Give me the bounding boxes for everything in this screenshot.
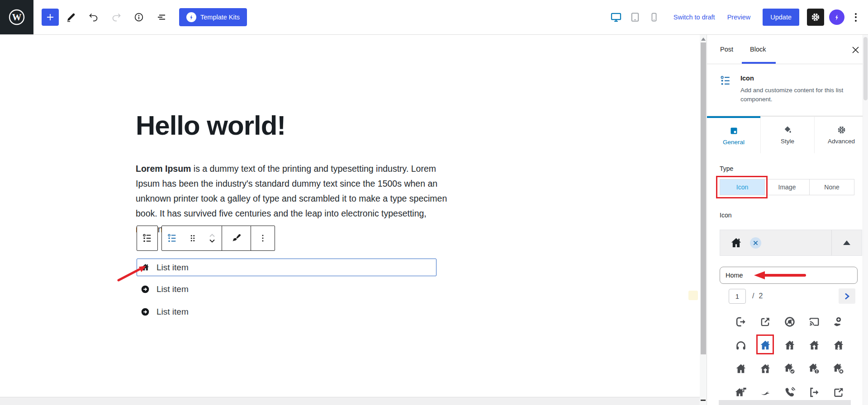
template-kits-button[interactable]: Template Kits [179, 8, 247, 26]
collapse-picker-button[interactable] [831, 230, 862, 255]
house-circle-xmark-icon[interactable] [826, 357, 851, 381]
block-movers[interactable] [203, 226, 222, 250]
house-medical-icon[interactable] [802, 334, 826, 357]
tools-button[interactable] [61, 7, 81, 28]
page-number-input[interactable] [729, 289, 746, 304]
details-button[interactable] [128, 7, 149, 28]
drag-dots-icon [188, 233, 198, 243]
undo-button[interactable] [83, 7, 104, 28]
list-item-label: List item [157, 307, 189, 317]
tab-general[interactable]: General [707, 116, 760, 153]
close-sidebar-button[interactable] [850, 44, 861, 55]
canvas-bottom-strip [0, 397, 700, 405]
icon-grid [720, 310, 858, 404]
list-item[interactable]: List item [137, 282, 189, 297]
templately-button[interactable] [829, 9, 844, 25]
block-options-button[interactable] [251, 226, 275, 250]
circle-arrow-right-icon [141, 285, 150, 294]
settings-button[interactable] [807, 9, 824, 26]
list-item-selected[interactable]: List item [137, 259, 436, 276]
tab-advanced[interactable]: Advanced [814, 116, 868, 153]
list-item[interactable]: List item [137, 304, 189, 320]
paragraph-line: Lorem Ipsum is a dummy text of the print… [136, 161, 448, 176]
post-title[interactable]: Hello world! [136, 110, 285, 141]
general-panel: Type Icon Image None Icon [707, 153, 868, 404]
block-toolbar-main [161, 226, 275, 251]
mobile-preview-button[interactable] [645, 8, 664, 27]
paintbrush-icon [231, 233, 242, 244]
plus-icon [45, 12, 56, 23]
paint-bucket-icon [783, 125, 792, 135]
template-kits-bolt-icon [186, 12, 196, 22]
scrollbar-thumb[interactable] [701, 42, 706, 354]
house-damage-icon[interactable] [778, 334, 802, 357]
tab-label: Advanced [828, 138, 855, 145]
house-plus-icon[interactable] [753, 357, 778, 381]
circle-arrow-right-icon [141, 307, 150, 316]
house-circle-exclamation-icon[interactable] [802, 357, 826, 381]
settings-sidebar: Post Block Icon Add and customize conten… [707, 35, 868, 405]
redo-icon [111, 12, 122, 23]
tab-style[interactable]: Style [760, 116, 814, 153]
house-chimney-icon[interactable] [729, 357, 753, 381]
house-circle-check-icon[interactable] [778, 357, 802, 381]
block-panel-tabs: General Style Advanced [707, 116, 868, 153]
gear-icon [811, 12, 821, 22]
tab-block[interactable]: Block [750, 46, 766, 53]
switch-to-draft-link[interactable]: Switch to draft [674, 14, 715, 21]
triangle-up-icon [843, 240, 850, 245]
update-button[interactable]: Update [763, 9, 799, 26]
chrome-icon[interactable] [778, 310, 802, 334]
list-view-button[interactable] [151, 7, 172, 28]
gear-icon [837, 125, 846, 135]
type-option-none[interactable]: None [810, 179, 854, 195]
select-parent-list-button[interactable] [137, 226, 158, 251]
icon-section-label: Icon [720, 212, 857, 219]
general-tab-icon [729, 126, 739, 136]
options-menu-button[interactable] [847, 9, 864, 26]
bolt-icon [834, 14, 840, 21]
desktop-preview-button[interactable] [607, 8, 626, 27]
block-type-button[interactable] [162, 226, 183, 250]
editor-scrollbar[interactable] [700, 35, 707, 405]
tablet-preview-button[interactable] [626, 8, 645, 27]
sidebar-scrollbar[interactable] [863, 35, 868, 405]
house-user-icon[interactable] [826, 334, 851, 357]
type-option-image[interactable]: Image [765, 179, 810, 195]
sidebar-scrollbar-thumb[interactable] [863, 37, 868, 100]
template-kits-label: Template Kits [200, 14, 240, 21]
editor-canvas: Hello world! Lorem Ipsum is a dummy text… [0, 35, 700, 405]
next-page-button[interactable] [839, 288, 855, 304]
icon-picker-panel: / 2 [720, 267, 857, 404]
block-toolbar [137, 226, 275, 251]
type-segmented-control: Icon Image None [720, 179, 854, 195]
quick-edit-button[interactable] [222, 226, 251, 250]
home-icon [730, 237, 742, 249]
type-option-icon[interactable]: Icon [720, 179, 765, 195]
wordpress-logo[interactable]: W [0, 0, 33, 34]
home-icon[interactable] [753, 334, 778, 357]
icon-preview-bar[interactable] [720, 230, 862, 256]
icon-list-block-icon [167, 233, 178, 244]
page-separator: / [752, 292, 754, 300]
redo-button[interactable] [106, 7, 127, 28]
preview-link[interactable]: Preview [727, 14, 751, 21]
headphones-icon[interactable] [729, 334, 753, 357]
chromecast-icon[interactable] [802, 310, 826, 334]
svg-text:W: W [12, 12, 22, 23]
post-paragraph[interactable]: Lorem Ipsum is a dummy text of the print… [136, 161, 448, 221]
sign-out-alt-icon[interactable] [729, 310, 753, 334]
scroll-up-arrow-icon[interactable] [701, 38, 706, 41]
chevron-right-icon [844, 293, 850, 300]
list-block-icon [142, 233, 153, 244]
editor-top-bar: W Template Kits Switch to draft Preview … [0, 0, 868, 35]
donate-icon[interactable] [826, 310, 851, 334]
tab-post[interactable]: Post [720, 46, 733, 53]
remove-icon-button[interactable] [750, 237, 761, 249]
drag-handle[interactable] [183, 226, 203, 250]
kebab-icon [258, 233, 268, 243]
highlight-artifact [688, 291, 698, 300]
add-block-button[interactable] [42, 9, 59, 26]
icon-search-input[interactable] [720, 267, 858, 284]
external-link-icon[interactable] [753, 310, 778, 334]
